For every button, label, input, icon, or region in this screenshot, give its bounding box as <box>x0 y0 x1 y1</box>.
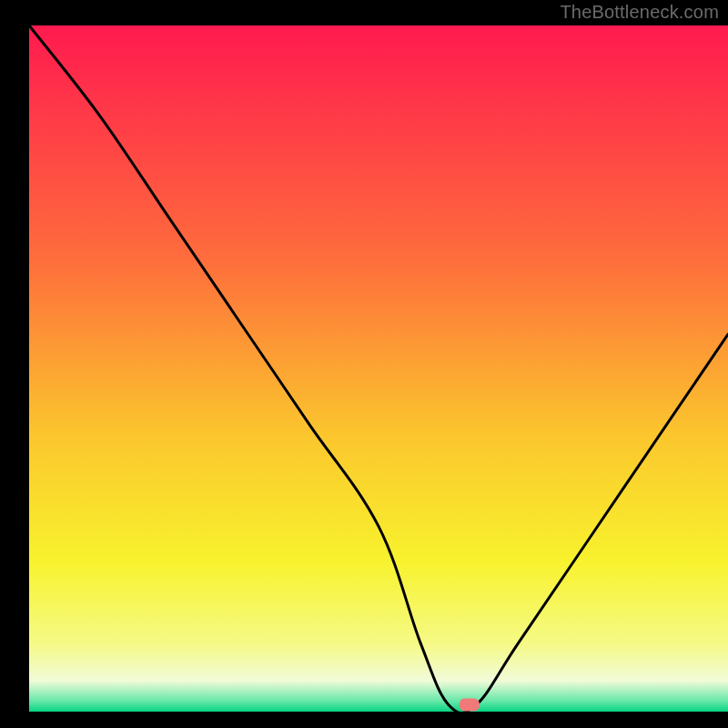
chart-container: TheBottleneck.com <box>0 0 728 728</box>
attribution-label: TheBottleneck.com <box>560 2 719 23</box>
bottleneck-chart <box>0 0 728 728</box>
optimal-marker <box>460 698 480 711</box>
plot-background <box>29 25 728 712</box>
